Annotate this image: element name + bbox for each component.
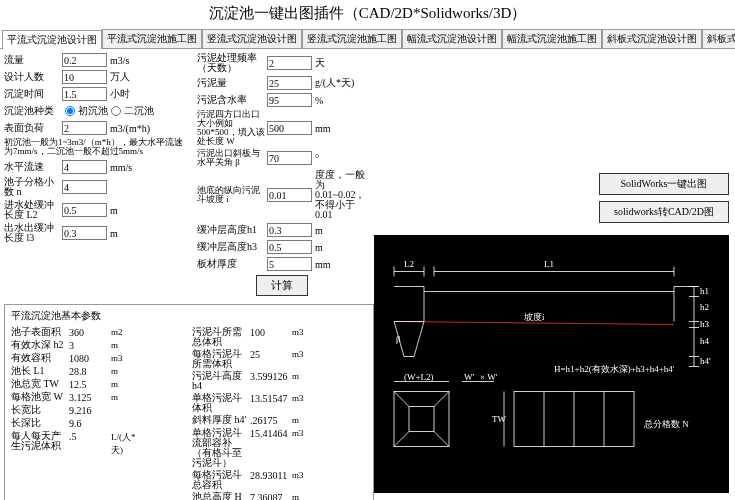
- result-label: 有效容积: [11, 353, 69, 363]
- result-value: 9.216: [69, 405, 111, 416]
- result-value: 12.5: [69, 379, 111, 390]
- amt-input[interactable]: [267, 76, 312, 90]
- hvel-input[interactable]: [62, 160, 107, 174]
- result-unit: L/(人*天): [111, 431, 141, 457]
- result-value: 25: [250, 349, 292, 360]
- time-unit: 小时: [110, 87, 130, 101]
- out-input[interactable]: [267, 121, 312, 135]
- tab-4[interactable]: 幅流式沉淀池设计图: [402, 29, 502, 48]
- svg-text:h4': h4': [700, 356, 711, 366]
- result-value: 13.51547: [250, 393, 292, 404]
- svg-text:× W': × W': [480, 372, 498, 382]
- h1-input[interactable]: [267, 223, 312, 237]
- h3-input[interactable]: [267, 240, 312, 254]
- result-unit: m: [111, 366, 141, 376]
- tab-3[interactable]: 竖流式沉淀池施工图: [302, 29, 402, 48]
- l3-label: 出水出缓冲长度 l3: [4, 223, 62, 243]
- l2-label: 进水处缓冲长度 L2: [4, 200, 62, 220]
- svg-text:h3: h3: [700, 319, 710, 329]
- flow-unit: m3/s: [110, 55, 129, 66]
- svg-text:h1: h1: [700, 286, 709, 296]
- result-unit: m3: [111, 353, 141, 363]
- flow-label: 流量: [4, 55, 62, 65]
- ngrid-label: 池子分格小数 n: [4, 177, 62, 197]
- out-label: 污泥四方口出口大小例如500*500，填入该处长度 W: [197, 110, 267, 146]
- result-unit: m: [292, 415, 322, 425]
- time-label: 沉淀时间: [4, 89, 62, 99]
- tab-7[interactable]: 斜板式沉淀池施工图: [702, 29, 735, 48]
- result-unit: m: [292, 371, 322, 381]
- out-unit: mm: [315, 123, 331, 134]
- svg-rect-17: [409, 407, 434, 432]
- svg-text:h4: h4: [700, 336, 710, 346]
- ang-input[interactable]: [267, 151, 312, 165]
- tab-bar: 平流式沉淀池设计图 平流式沉淀池施工图 竖流式沉淀池设计图 竖流式沉淀池施工图 …: [0, 29, 735, 49]
- result-value: .5: [69, 431, 111, 442]
- solidworks-button[interactable]: SolidWorks一键出图: [599, 173, 729, 195]
- result-unit: m3: [292, 470, 322, 480]
- freq-unit: 天: [315, 56, 325, 70]
- amt-unit: g/(人*天): [315, 76, 354, 90]
- slope-label: 池底的纵向污泥斗坡度 i: [197, 186, 267, 204]
- calc-button[interactable]: 计算: [256, 275, 308, 296]
- time-input[interactable]: [62, 87, 107, 101]
- tab-5[interactable]: 幅流式沉淀池施工图: [502, 29, 602, 48]
- tab-0[interactable]: 平流式沉淀池设计图: [2, 30, 102, 49]
- svg-text:h2: h2: [700, 302, 709, 312]
- cad-button[interactable]: solidworks转CAD/2D图: [599, 201, 729, 223]
- results-panel: 平流沉淀池基本参数 池子表面积360m2有效水深 h23m有效容积1080m3池…: [4, 304, 374, 500]
- result-label: 池总宽 TW: [11, 379, 69, 389]
- slope-input[interactable]: [267, 188, 312, 202]
- result-label: 有效水深 h2: [11, 340, 69, 350]
- result-label: 每格污泥斗总容积: [192, 470, 250, 490]
- pop-unit: 万人: [110, 70, 130, 84]
- svg-text:坡度i: 坡度i: [523, 312, 545, 322]
- pop-input[interactable]: [62, 70, 107, 84]
- h1-label: 缓冲层高度h1: [197, 225, 267, 235]
- type-radio-2[interactable]: [111, 106, 121, 116]
- h1-unit: m: [315, 225, 323, 236]
- type-opt2: 二沉池: [124, 104, 154, 118]
- load-unit: m3/(m*h): [110, 123, 150, 134]
- result-unit: m3: [292, 393, 322, 403]
- tab-6[interactable]: 斜板式沉淀池设计图: [602, 29, 702, 48]
- note1: 初沉池一般为1~3m3/（m*h），最大水平流速为7mm/s，二沉池一般不超过5…: [4, 138, 189, 156]
- tab-2[interactable]: 竖流式沉淀池设计图: [202, 29, 302, 48]
- load-input[interactable]: [62, 121, 107, 135]
- thk-unit: mm: [315, 259, 331, 270]
- svg-line-18: [394, 392, 409, 407]
- result-label: 长宽比: [11, 405, 69, 415]
- svg-text:H=h1+h2(有效水深)+h3+h4+h4': H=h1+h2(有效水深)+h3+h4+h4': [554, 364, 675, 374]
- result-value: 1080: [69, 353, 111, 364]
- wc-input[interactable]: [267, 93, 312, 107]
- type-opt1: 初沉池: [78, 104, 108, 118]
- type-label: 沉淀池种类: [4, 106, 62, 116]
- l3-unit: m: [110, 228, 118, 239]
- tab-1[interactable]: 平流式沉淀池施工图: [102, 29, 202, 48]
- svg-text:W': W': [464, 372, 474, 382]
- flow-input[interactable]: [62, 53, 107, 67]
- svg-text:L1: L1: [544, 259, 554, 269]
- freq-input[interactable]: [267, 56, 312, 70]
- slope-note: 度度，一般为0.01~0.02，不得小于0.01: [315, 170, 365, 220]
- svg-text:β: β: [396, 334, 401, 344]
- result-unit: m: [111, 392, 141, 402]
- svg-line-19: [434, 392, 449, 407]
- hvel-label: 水平流速: [4, 162, 62, 172]
- result-label: 单格污泥斗体积: [192, 393, 250, 413]
- l3-input[interactable]: [62, 226, 107, 240]
- result-unit: m: [111, 379, 141, 389]
- result-label: 池总高度 H: [192, 492, 250, 500]
- l2-input[interactable]: [62, 203, 107, 217]
- result-value: 3.125: [69, 392, 111, 403]
- svg-line-21: [434, 432, 449, 447]
- result-value: 360: [69, 327, 111, 338]
- result-value: 28.93011: [250, 470, 292, 481]
- result-label: 每人每天产生污泥体积: [11, 431, 69, 451]
- l2-unit: m: [110, 205, 118, 216]
- result-label: 污泥斗高度 h4: [192, 371, 250, 391]
- thk-input[interactable]: [267, 257, 312, 271]
- type-radio-1[interactable]: [65, 106, 75, 116]
- app-title: 沉淀池一键出图插件（CAD/2D*Solidworks/3D）: [0, 0, 735, 29]
- ngrid-input[interactable]: [62, 180, 107, 194]
